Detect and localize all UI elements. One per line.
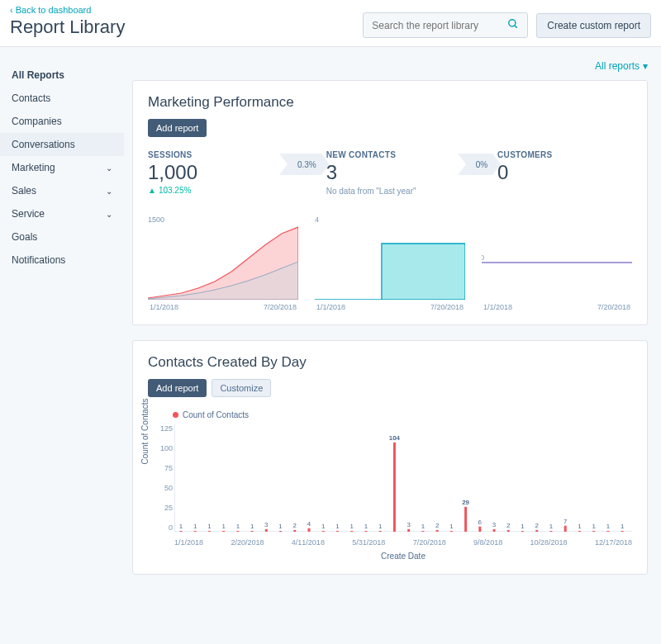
svg-rect-18 — [265, 529, 268, 532]
sidebar-item-label: Marketing — [12, 162, 55, 173]
sidebar-item-goals[interactable]: Goals — [0, 225, 124, 249]
svg-rect-38 — [407, 529, 410, 532]
svg-text:1: 1 — [606, 523, 611, 530]
search-input-wrap[interactable] — [363, 12, 528, 38]
sidebar-item-label: Notifications — [12, 254, 65, 266]
search-input[interactable] — [372, 20, 507, 31]
svg-text:1: 1 — [521, 523, 525, 530]
card-contacts-by-day: Contacts Created By Day Add report Custo… — [132, 340, 648, 575]
svg-text:1: 1 — [250, 523, 254, 530]
metric-sessions: SESSIONS 1,000 ▲ 103.25% — [148, 150, 283, 195]
svg-text:1: 1 — [193, 523, 197, 530]
svg-text:2: 2 — [435, 522, 440, 529]
svg-rect-50 — [493, 529, 496, 532]
svg-rect-44 — [450, 531, 453, 532]
sidebar-item-label: All Reports — [12, 69, 64, 81]
svg-text:4: 4 — [307, 520, 311, 528]
caret-down-icon: ▾ — [643, 60, 648, 72]
svg-text:1: 1 — [350, 523, 354, 530]
svg-text:1: 1 — [321, 523, 326, 530]
sidebar-item-conversations[interactable]: Conversations — [0, 133, 124, 156]
filter-dropdown[interactable]: All reports ▾ — [595, 60, 648, 72]
svg-text:1: 1 — [335, 523, 340, 530]
svg-text:1: 1 — [549, 523, 554, 530]
sidebar-item-companies[interactable]: Companies — [0, 110, 124, 133]
svg-rect-28 — [336, 531, 339, 532]
svg-rect-26 — [322, 531, 325, 532]
sidebar-item-label: Conversations — [12, 139, 75, 150]
svg-rect-8 — [194, 531, 197, 532]
svg-rect-42 — [436, 530, 439, 532]
create-report-button[interactable]: Create custom report — [536, 13, 651, 38]
svg-text:1: 1 — [364, 523, 369, 530]
back-link[interactable]: ‹ Back to dashboard — [10, 5, 125, 15]
svg-line-1 — [515, 26, 517, 28]
svg-text:0: 0 — [482, 253, 484, 262]
svg-rect-30 — [350, 531, 353, 532]
svg-rect-14 — [236, 531, 239, 532]
svg-text:3: 3 — [492, 521, 497, 528]
sidebar-item-label: Companies — [12, 116, 62, 127]
svg-rect-56 — [535, 530, 538, 532]
svg-text:3: 3 — [264, 521, 269, 528]
svg-rect-60 — [564, 526, 567, 532]
triangle-up-icon: ▲ — [148, 186, 156, 195]
chevron-left-icon: ‹ — [10, 5, 13, 15]
top-bar: ‹ Back to dashboard Report Library Creat… — [0, 0, 661, 47]
svg-rect-64 — [592, 531, 595, 532]
svg-point-0 — [509, 20, 516, 26]
svg-text:1: 1 — [378, 523, 383, 530]
sidebar-item-contacts[interactable]: Contacts — [0, 87, 124, 110]
add-report-button[interactable]: Add report — [148, 119, 207, 137]
svg-text:7: 7 — [564, 518, 568, 525]
svg-text:1: 1 — [592, 523, 596, 530]
svg-rect-12 — [222, 531, 225, 532]
chart-customers: 0 1/1/20187/20/2018 — [482, 215, 632, 311]
sidebar-item-marketing[interactable]: Marketing⌄ — [0, 156, 124, 179]
sidebar-item-sales[interactable]: Sales⌄ — [0, 179, 124, 202]
search-icon — [507, 18, 519, 32]
add-report-button[interactable]: Add report — [148, 379, 207, 397]
customize-button[interactable]: Customize — [212, 379, 271, 397]
svg-text:2: 2 — [506, 522, 511, 529]
chevron-down-icon: ⌄ — [106, 163, 112, 173]
svg-text:1: 1 — [621, 523, 625, 530]
svg-text:1: 1 — [207, 523, 212, 530]
svg-rect-54 — [521, 531, 524, 532]
legend-dot-icon — [173, 412, 178, 418]
sidebar-item-label: Service — [12, 208, 45, 220]
svg-text:29: 29 — [462, 499, 469, 506]
sidebar-item-service[interactable]: Service⌄ — [0, 202, 124, 225]
card-title: Marketing Performance — [148, 94, 632, 111]
svg-rect-66 — [606, 531, 609, 532]
chevron-down-icon: ⌄ — [106, 210, 112, 219]
svg-rect-22 — [293, 530, 296, 532]
card-marketing-performance: Marketing Performance Add report SESSION… — [132, 80, 648, 325]
svg-text:1: 1 — [449, 523, 454, 530]
svg-text:1: 1 — [236, 523, 240, 530]
sidebar-item-all-reports[interactable]: All Reports — [0, 64, 124, 87]
svg-text:6: 6 — [478, 519, 483, 526]
svg-text:2: 2 — [535, 522, 540, 529]
svg-text:3: 3 — [407, 521, 411, 528]
svg-rect-16 — [251, 531, 254, 532]
metrics-row: SESSIONS 1,000 ▲ 103.25% 0.3% NEW CONTAC… — [148, 150, 632, 196]
chevron-down-icon: ⌄ — [106, 187, 112, 196]
sidebar-item-label: Contacts — [12, 92, 50, 104]
sidebar: All ReportsContactsCompaniesConversation… — [0, 47, 124, 606]
funnel-arrow: 0.3% — [288, 154, 321, 175]
svg-rect-6 — [179, 531, 182, 532]
card-title: Contacts Created By Day — [148, 354, 632, 371]
svg-rect-34 — [379, 531, 382, 532]
sidebar-item-label: Goals — [12, 231, 37, 243]
svg-rect-52 — [507, 530, 510, 532]
chart-new-contacts: 4 1/1/20187/20/2018 — [315, 215, 465, 311]
chart-contacts-by-day: Count of Contacts 1251007550250 11111131… — [148, 424, 632, 561]
svg-text:2: 2 — [293, 522, 297, 529]
sidebar-item-notifications[interactable]: Notifications — [0, 249, 124, 272]
page-title: Report Library — [10, 17, 125, 38]
svg-text:1: 1 — [278, 523, 283, 530]
main-content: All reports ▾ Marketing Performance Add … — [124, 47, 661, 606]
svg-rect-24 — [308, 528, 311, 532]
svg-text:1: 1 — [421, 523, 426, 530]
